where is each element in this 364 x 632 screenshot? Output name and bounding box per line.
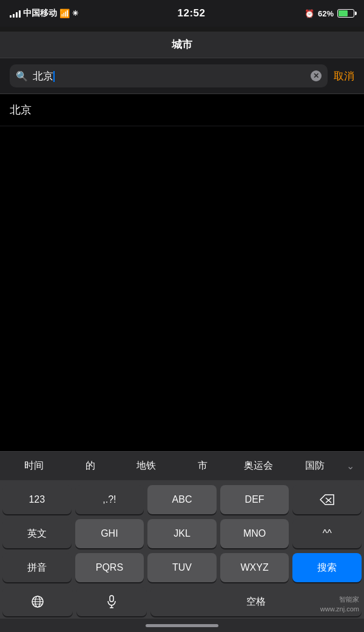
key-jkl[interactable]: JKL: [147, 519, 217, 548]
prediction-item-0[interactable]: 时间: [6, 455, 62, 477]
prev-app-strip: [0, 27, 364, 32]
status-left: 中国移动 📶 ✳: [10, 8, 78, 19]
key-pinyin[interactable]: 拼音: [2, 553, 72, 582]
key-search-return[interactable]: 搜索: [292, 553, 362, 582]
key-globe[interactable]: [2, 587, 73, 616]
search-input[interactable]: 北京: [33, 69, 306, 83]
wifi-icon: 📶: [59, 8, 70, 18]
svg-rect-7: [110, 596, 113, 602]
home-bar: [146, 624, 218, 627]
battery-indicator: [337, 9, 354, 18]
prediction-item-3[interactable]: 市: [175, 455, 231, 477]
key-def[interactable]: DEF: [220, 485, 289, 514]
prediction-item-1[interactable]: 的: [62, 455, 119, 477]
signal-icon: [10, 9, 21, 18]
home-indicator: [0, 619, 364, 632]
status-bar: 中国移动 📶 ✳ 12:52 ⏰ 62%: [0, 0, 364, 27]
key-pqrs[interactable]: PQRS: [75, 553, 144, 582]
watermark: 智能家 www.znj.com: [320, 595, 359, 614]
content-area: [0, 126, 364, 392]
key-mno[interactable]: MNO: [220, 519, 289, 548]
search-icon: 🔍: [16, 70, 28, 82]
key-microphone[interactable]: [76, 587, 147, 616]
battery-percent: 62%: [318, 9, 334, 18]
watermark-line2: www.znj.com: [320, 605, 359, 614]
search-container: 🔍 北京 ✕ 取消: [0, 58, 364, 94]
key-123[interactable]: 123: [2, 485, 72, 514]
airdrop-icon: ✳: [72, 9, 78, 18]
keyboard-row-2: 英文 GHI JKL MNO ^^: [2, 519, 362, 548]
keyboard-row-3: 拼音 PQRS TUV WXYZ 搜索: [2, 553, 362, 582]
status-time: 12:52: [177, 7, 205, 19]
cancel-button[interactable]: 取消: [334, 69, 354, 83]
result-item-beijing[interactable]: 北京: [0, 94, 364, 126]
prediction-bar: 时间 的 地铁 市 奥运会 国防 ⌄: [0, 451, 364, 480]
alarm-icon: ⏰: [305, 9, 314, 18]
page-title: 城市: [172, 38, 192, 52]
search-bar[interactable]: 🔍 北京 ✕: [10, 64, 328, 87]
chevron-down-icon[interactable]: ⌄: [343, 455, 358, 477]
clear-button[interactable]: ✕: [311, 70, 322, 81]
nav-bar: 城市: [0, 32, 364, 58]
key-wxyz[interactable]: WXYZ: [220, 553, 289, 582]
key-caps[interactable]: ^^: [292, 519, 362, 548]
key-ghi[interactable]: GHI: [75, 519, 144, 548]
keyboard-rows: 123 ,.?! ABC DEF 英文 GHI JKL MNO ^^ 拼音 PQ…: [0, 480, 364, 619]
prediction-item-5[interactable]: 国防: [287, 455, 343, 477]
key-backspace[interactable]: [292, 485, 362, 514]
keyboard: 时间 的 地铁 市 奥运会 国防 ⌄ 123 ,.?! ABC DEF 英文: [0, 451, 364, 632]
carrier-label: 中国移动: [23, 8, 57, 19]
key-tuv[interactable]: TUV: [147, 553, 217, 582]
watermark-line1: 智能家: [320, 595, 359, 604]
keyboard-row-4: 空格 搜索: [2, 587, 362, 616]
keyboard-row-1: 123 ,.?! ABC DEF: [2, 485, 362, 514]
key-punctuation[interactable]: ,.?!: [75, 485, 144, 514]
key-abc[interactable]: ABC: [147, 485, 217, 514]
prediction-item-2[interactable]: 地铁: [118, 455, 175, 477]
results-area: 北京: [0, 94, 364, 126]
text-cursor: [53, 71, 55, 82]
key-english[interactable]: 英文: [2, 519, 72, 548]
status-right: ⏰ 62%: [305, 9, 354, 18]
prediction-item-4[interactable]: 奥运会: [231, 455, 287, 477]
